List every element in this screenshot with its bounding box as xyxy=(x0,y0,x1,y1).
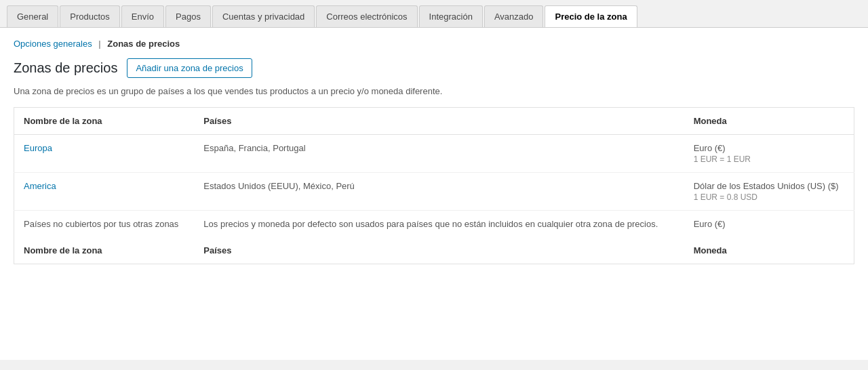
page-header: Zonas de precios Añadir una zona de prec… xyxy=(14,58,854,78)
zone-name-cell: Países no cubiertos por tus otras zonas xyxy=(14,211,195,238)
tab-productos[interactable]: Productos xyxy=(60,5,120,27)
footer-col-currency: Moneda xyxy=(684,237,854,264)
page-description: Una zona de precios es un grupo de paíse… xyxy=(14,86,854,96)
tab-integracion[interactable]: Integración xyxy=(419,5,483,27)
currency-label: Dólar de los Estados Unidos (US) ($) xyxy=(694,181,844,191)
add-zone-button[interactable]: Añadir una zona de precios xyxy=(127,58,252,78)
col-zone-name: Nombre de la zona xyxy=(14,108,195,135)
zone-currency-cell: Dólar de los Estados Unidos (US) ($)1 EU… xyxy=(684,173,854,211)
tab-cuentas[interactable]: Cuentas y privacidad xyxy=(212,5,315,27)
tab-avanzado[interactable]: Avanzado xyxy=(484,5,544,27)
breadcrumb: Opciones generales | Zonas de precios xyxy=(14,39,854,49)
zone-name-cell: Europa xyxy=(14,135,195,173)
col-currency: Moneda xyxy=(684,108,854,135)
tab-pagos[interactable]: Pagos xyxy=(165,5,211,27)
footer-col-zone-name: Nombre de la zona xyxy=(14,237,195,264)
currency-label: Euro (€) xyxy=(694,219,844,229)
breadcrumb-link[interactable]: Opciones generales xyxy=(14,39,92,49)
breadcrumb-current: Zonas de precios xyxy=(107,39,180,49)
footer-col-countries: Países xyxy=(194,237,684,264)
currency-label: Euro (€) xyxy=(694,143,844,153)
zone-name-cell: America xyxy=(14,173,195,211)
col-countries: Países xyxy=(194,108,684,135)
tab-precio-zona[interactable]: Precio de la zona xyxy=(545,5,637,27)
table-row: AmericaEstados Unidos (EEUU), México, Pe… xyxy=(14,173,854,211)
tab-envio[interactable]: Envío xyxy=(121,5,164,27)
zone-link[interactable]: Europa xyxy=(24,143,52,153)
currency-rate: 1 EUR = 1 EUR xyxy=(694,155,844,164)
zone-currency-cell: Euro (€)1 EUR = 1 EUR xyxy=(684,135,854,173)
zone-currency-cell: Euro (€) xyxy=(684,211,854,238)
table-footer-row: Nombre de la zona Países Moneda xyxy=(14,237,854,264)
zone-countries-cell: Estados Unidos (EEUU), México, Perú xyxy=(194,173,684,211)
table-row: Países no cubiertos por tus otras zonasL… xyxy=(14,211,854,238)
tab-correos[interactable]: Correos electrónicos xyxy=(316,5,417,27)
page-title: Zonas de precios xyxy=(14,60,117,76)
zone-countries-cell: Los precios y moneda por defecto son usa… xyxy=(194,211,684,238)
table-row: EuropaEspaña, Francia, PortugalEuro (€)1… xyxy=(14,135,854,173)
tab-bar: General Productos Envío Pagos Cuentas y … xyxy=(0,0,868,28)
breadcrumb-separator: | xyxy=(98,39,100,49)
zone-countries-cell: España, Francia, Portugal xyxy=(194,135,684,173)
main-content: Opciones generales | Zonas de precios Zo… xyxy=(0,28,868,360)
tab-general[interactable]: General xyxy=(7,5,58,27)
zones-table: Nombre de la zona Países Moneda EuropaEs… xyxy=(14,107,854,264)
currency-rate: 1 EUR = 0.8 USD xyxy=(694,192,844,202)
zone-link[interactable]: America xyxy=(24,181,56,191)
table-header-row: Nombre de la zona Países Moneda xyxy=(14,108,854,135)
